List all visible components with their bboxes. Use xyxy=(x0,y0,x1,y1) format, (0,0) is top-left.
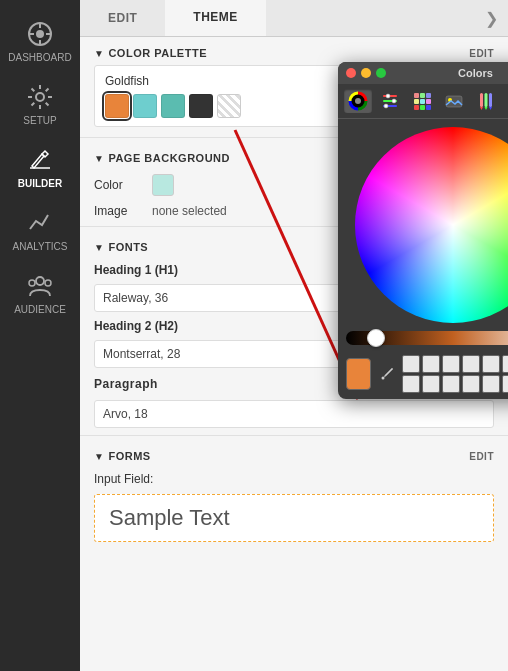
picker-tool-sliders[interactable] xyxy=(376,89,404,113)
sample-text: Sample Text xyxy=(109,505,230,530)
mini-swatches-grid xyxy=(402,355,508,393)
color-wheel[interactable] xyxy=(355,127,508,323)
fonts-toggle-icon: ▼ xyxy=(94,242,104,253)
mini-swatch-14[interactable] xyxy=(502,375,508,393)
sidebar-label-builder: BUILDER xyxy=(18,178,62,189)
mini-swatch-12[interactable] xyxy=(462,375,480,393)
page-bg-toggle-icon: ▼ xyxy=(94,153,104,164)
brightness-slider-container xyxy=(338,331,508,351)
picker-close-dot[interactable] xyxy=(346,68,356,78)
svg-point-1 xyxy=(36,30,44,38)
svg-marker-34 xyxy=(480,107,483,110)
forms-section-header: ▼ FORMS EDIT xyxy=(80,440,508,468)
svg-rect-31 xyxy=(480,93,483,107)
mini-swatch-2[interactable] xyxy=(422,355,440,373)
mini-swatch-13[interactable] xyxy=(482,375,500,393)
svg-point-17 xyxy=(386,94,390,98)
sidebar-item-analytics[interactable]: ANALYTICS xyxy=(0,199,80,262)
picker-minimize-dot[interactable] xyxy=(361,68,371,78)
svg-rect-26 xyxy=(414,105,419,110)
eyedropper-button[interactable] xyxy=(377,362,396,386)
svg-marker-36 xyxy=(489,107,492,110)
svg-rect-21 xyxy=(420,93,425,98)
tab-bar: EDIT THEME ❯ xyxy=(80,0,508,37)
svg-marker-35 xyxy=(485,107,488,110)
svg-point-10 xyxy=(45,280,51,286)
sidebar-label-audience: AUDIENCE xyxy=(14,304,66,315)
picker-maximize-dot[interactable] xyxy=(376,68,386,78)
color-wheel-container[interactable] xyxy=(338,119,508,331)
fonts-header-left: ▼ FONTS xyxy=(94,241,148,253)
svg-point-13 xyxy=(355,98,361,104)
svg-point-6 xyxy=(36,93,44,101)
page-background-header-left: ▼ PAGE BACKGROUND xyxy=(94,152,230,164)
picker-tool-pencils[interactable] xyxy=(472,89,500,113)
fonts-title: FONTS xyxy=(108,241,148,253)
mini-swatch-5[interactable] xyxy=(482,355,500,373)
sidebar-item-dashboard[interactable]: DASHBOARD xyxy=(0,10,80,73)
svg-rect-27 xyxy=(420,105,425,110)
svg-point-18 xyxy=(392,99,396,103)
picker-titlebar: Colors xyxy=(338,62,508,84)
tab-arrow-icon[interactable]: ❯ xyxy=(485,9,498,28)
svg-rect-25 xyxy=(426,99,431,104)
mini-swatch-6[interactable] xyxy=(502,355,508,373)
main-panel: EDIT THEME ❯ ▼ COLOR PALETTE EDIT Goldfi… xyxy=(80,0,508,671)
svg-point-8 xyxy=(36,277,44,285)
paragraph-label: Paragraph xyxy=(94,377,158,391)
picker-toolbar xyxy=(338,84,508,119)
brightness-thumb[interactable] xyxy=(367,329,385,347)
mini-swatch-11[interactable] xyxy=(442,375,460,393)
svg-rect-29 xyxy=(446,96,462,107)
svg-rect-22 xyxy=(426,93,431,98)
mini-swatch-3[interactable] xyxy=(442,355,460,373)
swatch-teal-light[interactable] xyxy=(133,94,157,118)
sidebar-item-audience[interactable]: AUDIENCE xyxy=(0,262,80,325)
bg-color-swatch[interactable] xyxy=(152,174,174,196)
color-palette-edit-button[interactable]: EDIT xyxy=(469,48,494,59)
sidebar-label-analytics: ANALYTICS xyxy=(13,241,68,252)
sidebar-item-builder[interactable]: BUILDER xyxy=(0,136,80,199)
forms-title: FORMS xyxy=(108,450,150,462)
color-palette-header-left: ▼ COLOR PALETTE xyxy=(94,47,207,59)
picker-tool-wheel[interactable] xyxy=(344,89,372,113)
divider-3 xyxy=(80,435,508,436)
swatch-teal[interactable] xyxy=(161,94,185,118)
swatch-pattern[interactable] xyxy=(217,94,241,118)
mini-swatch-10[interactable] xyxy=(422,375,440,393)
svg-rect-28 xyxy=(426,105,431,110)
svg-rect-33 xyxy=(489,93,492,107)
color-palette-section-header: ▼ COLOR PALETTE EDIT xyxy=(80,37,508,65)
bg-color-label: Color xyxy=(94,178,144,192)
forms-toggle-icon: ▼ xyxy=(94,451,104,462)
bg-image-label: Image xyxy=(94,204,144,218)
picker-tool-grid[interactable] xyxy=(408,89,436,113)
color-picker-popup: Colors xyxy=(338,62,508,399)
svg-point-9 xyxy=(29,280,35,286)
sidebar-label-setup: SETUP xyxy=(23,115,56,126)
sidebar-label-dashboard: DASHBOARD xyxy=(8,52,71,63)
brightness-slider[interactable] xyxy=(346,331,508,345)
svg-rect-20 xyxy=(414,93,419,98)
mini-swatch-9[interactable] xyxy=(402,375,420,393)
tab-edit[interactable]: EDIT xyxy=(80,1,165,35)
svg-rect-32 xyxy=(485,93,488,107)
picker-tool-image[interactable] xyxy=(440,89,468,113)
mini-swatch-1[interactable] xyxy=(402,355,420,373)
tab-theme[interactable]: THEME xyxy=(165,0,266,36)
mini-swatch-4[interactable] xyxy=(462,355,480,373)
svg-rect-23 xyxy=(414,99,419,104)
swatch-dark[interactable] xyxy=(189,94,213,118)
paragraph-input[interactable] xyxy=(94,400,494,428)
forms-header-left: ▼ FORMS xyxy=(94,450,151,462)
color-palette-toggle-icon: ▼ xyxy=(94,48,104,59)
page-background-title: PAGE BACKGROUND xyxy=(108,152,230,164)
picker-title: Colors xyxy=(391,67,508,79)
current-color-swatch[interactable] xyxy=(346,358,371,390)
sample-text-box[interactable]: Sample Text xyxy=(94,494,494,542)
sidebar-item-setup[interactable]: SETUP xyxy=(0,73,80,136)
color-palette-title: COLOR PALETTE xyxy=(108,47,207,59)
bg-image-value: none selected xyxy=(152,204,227,218)
forms-edit-button[interactable]: EDIT xyxy=(469,451,494,462)
swatch-orange[interactable] xyxy=(105,94,129,118)
